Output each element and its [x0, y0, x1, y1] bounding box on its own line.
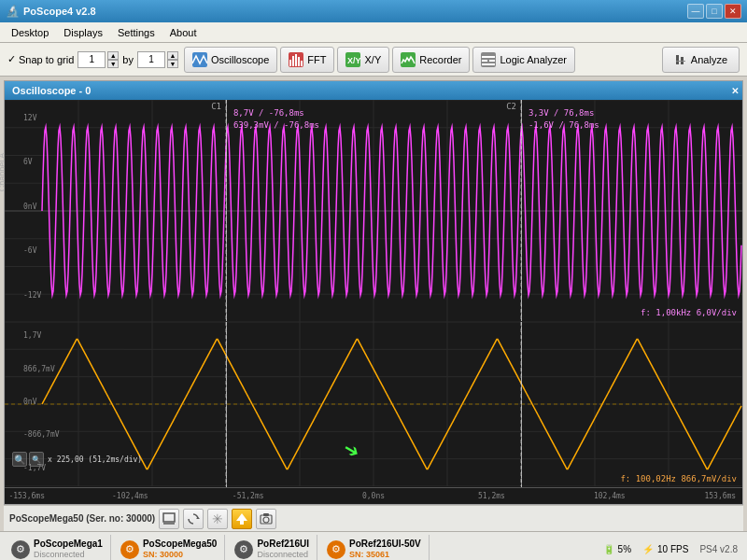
lightning-icon: ⚡	[642, 544, 654, 554]
x-tick-4: 51,2ms	[478, 492, 505, 500]
cursor2-marker: C2	[506, 102, 516, 111]
spin1-up[interactable]: ▲	[107, 51, 119, 60]
svg-rect-5	[298, 57, 300, 66]
recorder-button[interactable]: Recorder	[392, 47, 470, 73]
svg-rect-2	[289, 60, 291, 66]
edit-icon	[162, 512, 176, 525]
menu-about[interactable]: About	[162, 25, 204, 40]
spin1-value[interactable]: 1	[78, 51, 106, 68]
sync-button[interactable]	[183, 509, 204, 529]
zoom-out-button[interactable]: 🔍	[29, 452, 44, 467]
cursor1-line	[226, 100, 227, 321]
device-label: PoScopeMega50 (Ser. no: 30000)	[9, 513, 155, 524]
device-name-2: PoScopeMega50	[143, 538, 217, 550]
gear-icon-3: ⚙	[234, 540, 253, 559]
camera-icon	[260, 512, 273, 525]
device-status-4: SN: 35061	[349, 550, 421, 560]
fft-label: FFT	[307, 54, 326, 65]
fft-icon	[289, 52, 303, 67]
status-right: 🔋 5% ⚡ 10 FPS PS4 v2.8	[603, 544, 743, 554]
y-label-neg866mv: -866,7mV	[23, 430, 60, 439]
recorder-label: Recorder	[419, 54, 461, 65]
xy-icon: X/Y	[345, 52, 360, 67]
minimize-button[interactable]: —	[687, 4, 704, 19]
menu-displays[interactable]: Displays	[56, 25, 110, 40]
by-label: by	[122, 54, 134, 65]
y-label-1v7: 1,7V	[23, 331, 41, 340]
channel-a-canvas	[5, 100, 742, 322]
svg-rect-22	[240, 521, 244, 525]
x-tick-0: -153,6ms	[8, 492, 45, 500]
device-status-1: Disconnected	[34, 550, 103, 560]
analyze-button[interactable]: Analyze	[662, 47, 740, 73]
channel-a-plot: 12V 6V 0nV -6V -12V Channel A C1 C2 8,7V…	[5, 100, 742, 322]
spin-group-1: 1 ▲ ▼	[78, 51, 119, 68]
spin2-up[interactable]: ▲	[167, 51, 178, 60]
zoom-value: x 225,00 (51,2ms/div)	[48, 455, 142, 464]
cursor2-line1: 3,3V / 76,8ms	[529, 107, 599, 119]
title-bar: 🔬 PoScope4 v2.8 — □ ✕	[0, 0, 747, 22]
logic-analyzer-button[interactable]: Logic Analyzer	[472, 47, 575, 73]
up-arrow-icon	[235, 512, 248, 525]
x-tick-3: 0,0ns	[362, 492, 385, 500]
device-status-3: Disconnected	[257, 550, 309, 560]
svg-rect-4	[295, 54, 297, 66]
svg-rect-6	[301, 61, 303, 66]
svg-rect-15	[676, 55, 679, 64]
x-tick-2: -51,2ms	[233, 492, 264, 500]
device-name-4: PoRef216UI-50V	[349, 538, 421, 550]
cursor1-values: 8,7V / -76,8ms 639,3mV / -76,8ms	[233, 107, 319, 131]
menu-settings[interactable]: Settings	[110, 25, 162, 40]
maximize-button[interactable]: □	[706, 4, 723, 19]
toolbar-right: Analyze	[662, 47, 740, 73]
oscilloscope-icon	[192, 52, 207, 67]
spin1-arrows: ▲ ▼	[107, 51, 119, 68]
svg-rect-17	[676, 61, 685, 62]
y-label-866mv: 866,7mV	[23, 364, 55, 372]
toolbar-left: ✓ Snap to grid 1 ▲ ▼ by 1 ▲ ▼	[7, 51, 178, 68]
y-label-0v-a: 0nV	[23, 202, 36, 210]
svg-text:X/Y: X/Y	[347, 56, 360, 65]
spin1-down[interactable]: ▼	[107, 60, 119, 68]
menu-bar: Desktop Displays Settings About	[0, 22, 747, 43]
asterisk-button[interactable]: ✳	[207, 509, 228, 529]
snap-label: Snap to grid	[19, 54, 74, 65]
fps-value: 10 FPS	[657, 544, 688, 554]
xy-button[interactable]: X/Y X/Y	[337, 47, 389, 73]
status-device-2: ⚙ PoScopeMega50 SN: 30000	[113, 535, 225, 561]
app-icon: 🔬	[6, 5, 20, 18]
snap-to-grid-check[interactable]: ✓ Snap to grid	[7, 53, 74, 65]
app-title: PoScope4 v2.8	[23, 6, 96, 17]
analyze-label: Analyze	[691, 54, 727, 65]
spin2-down[interactable]: ▼	[167, 60, 178, 68]
oscilloscope-button[interactable]: Oscilloscope	[184, 47, 277, 73]
svg-rect-14	[482, 63, 495, 65]
oscilloscope-window: Oscilloscope - 0 ✕ 12V 6V 0nV -6V -12V C…	[4, 80, 743, 505]
close-button[interactable]: ✕	[725, 4, 741, 19]
osc-title: Oscilloscope - 0	[12, 85, 91, 96]
channel-a-label: Channel A	[0, 152, 7, 191]
svg-marker-20	[196, 517, 200, 519]
x-axis: -153,6ms -102,4ms -51,2ms 0,0ns 51,2ms 1…	[5, 487, 742, 504]
title-bar-left: 🔬 PoScope4 v2.8	[6, 5, 96, 18]
y-label-12v: 12V	[23, 113, 36, 121]
svg-rect-25	[263, 513, 269, 516]
camera-button[interactable]	[256, 509, 276, 529]
menu-desktop[interactable]: Desktop	[4, 25, 56, 40]
fft-button[interactable]: FFT	[280, 47, 334, 73]
up-arrow-button[interactable]	[232, 509, 252, 529]
status-text-4: PoRef216UI-50V SN: 35061	[349, 538, 421, 560]
x-tick-5: 102,4ms	[594, 492, 626, 500]
titlebar-controls: — □ ✕	[687, 4, 741, 19]
zoom-in-button[interactable]: 🔍	[12, 452, 27, 467]
status-device-4: ⚙ PoRef216UI-50V SN: 35061	[319, 535, 430, 561]
x-tick-1: -102,4ms	[112, 492, 148, 500]
edit-button[interactable]	[159, 509, 179, 529]
svg-marker-21	[236, 513, 247, 521]
osc-close-button[interactable]: ✕	[731, 86, 739, 96]
cursor2-line	[521, 100, 522, 321]
status-device-3: ⚙ PoRef216UI Disconnected	[227, 535, 317, 561]
y-label-neg12v: -12V	[23, 290, 41, 299]
spin2-value[interactable]: 1	[137, 51, 165, 68]
xy-label: X/Y	[364, 54, 381, 65]
